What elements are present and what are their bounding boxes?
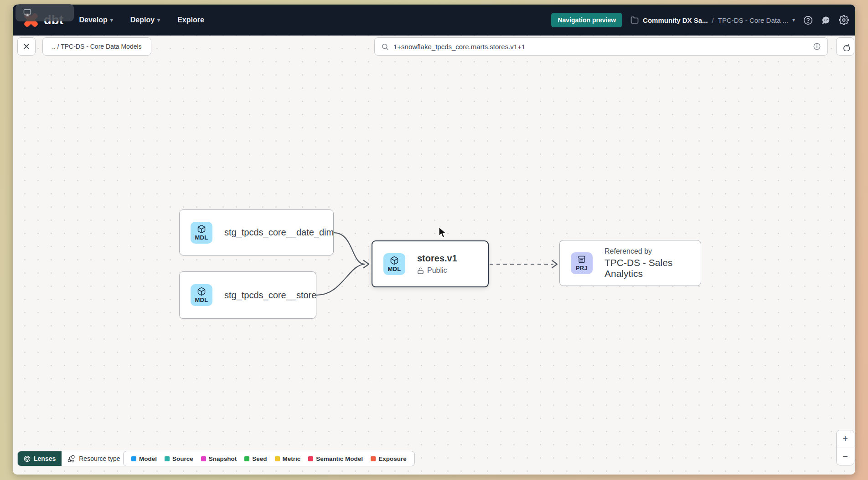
close-icon [22,42,31,51]
app-window: dbt Develop ▾ Deploy ▾ Explore Navigatio… [13,5,855,475]
legend-model: Model [131,455,157,462]
screen-share-indicator [16,4,74,21]
legend-seed: Seed [244,455,267,462]
legend-swatch [275,456,280,461]
legend-semantic-model: Semantic Model [308,455,363,462]
resource-graph-icon [67,455,75,463]
top-navbar: dbt Develop ▾ Deploy ▾ Explore Navigatio… [13,5,855,36]
legend-swatch [308,456,313,461]
cube-icon [197,225,206,234]
navigation-preview-button[interactable]: Navigation preview [551,13,622,27]
zoom-in-button[interactable]: + [837,430,854,448]
aperture-icon [24,455,31,462]
access-row: Public [417,266,457,275]
node-stores-v1[interactable]: MDL stores.v1 Public [372,240,489,287]
lenses-control-group: Lenses Resource type ▾ [17,451,133,466]
refresh-lineage-button[interactable] [836,37,854,56]
resource-type-legend: Model Source Snapshot Seed Metric Semant… [123,451,415,466]
feedback-icon[interactable] [821,15,831,25]
monitor-icon [23,9,32,17]
folder-icon [630,16,639,24]
model-badge: MDL [191,284,212,306]
legend-swatch [371,456,376,461]
search-input[interactable] [393,43,808,51]
gear-icon[interactable] [839,15,849,25]
project-name: TPC-DS - Core Data ... [718,16,788,24]
lineage-search [374,37,828,56]
chevron-down-icon: ▾ [157,17,160,23]
legend-source: Source [165,455,193,462]
menu-deploy[interactable]: Deploy ▾ [130,16,160,24]
lenses-button[interactable]: Lenses [18,451,62,466]
close-lineage-button[interactable] [17,37,36,56]
node-stg-tpcds-core-date-dim[interactable]: MDL stg_tpcds_core__date_dim [179,209,334,255]
breadcrumb-chip[interactable]: .. / TPC-DS - Core Data Models [42,37,151,56]
legend-snapshot: Snapshot [201,455,237,462]
chevron-down-icon: ▾ [110,17,113,23]
project-badge: PRJ [571,252,593,274]
legend-swatch [244,456,249,461]
model-badge: MDL [191,222,212,244]
node-label: stores.v1 [417,253,457,264]
menu-explore[interactable]: Explore [177,16,204,24]
chevron-down-icon: ▾ [792,17,795,23]
cube-icon [390,256,399,265]
model-badge: MDL [383,253,405,275]
legend-swatch [201,456,206,461]
node-label: stg_tpcds_core__store [224,290,316,301]
refresh-icon [841,42,850,51]
node-label: stg_tpcds_core__date_dim [224,227,334,238]
zoom-out-button[interactable]: − [837,448,854,465]
breadcrumb-separator: / [712,16,714,24]
legend-metric: Metric [275,455,301,462]
legend-swatch [131,456,136,461]
unlock-icon [417,267,424,274]
legend-swatch [165,456,170,461]
legend-exposure: Exposure [371,455,407,462]
project-node-label: TPC-DS - Sales Analytics [604,257,690,279]
main-menu: Develop ▾ Deploy ▾ Explore [79,16,204,24]
account-name: Community DX Sa... [643,16,708,24]
node-stg-tpcds-core-store[interactable]: MDL stg_tpcds_core__store [179,271,316,319]
account-breadcrumb[interactable]: Community DX Sa... / TPC-DS - Core Data … [630,16,795,24]
referenced-by-label: Referenced by [604,247,690,255]
menu-develop[interactable]: Develop ▾ [79,16,113,24]
node-referenced-project[interactable]: PRJ Referenced by TPC-DS - Sales Analyti… [559,240,701,286]
help-icon[interactable] [803,15,813,25]
archive-icon [577,255,586,264]
zoom-controls: + − [836,430,854,465]
access-label: Public [427,266,447,275]
navbar-right: Navigation preview Community DX Sa... / … [551,13,849,27]
cube-icon [197,287,206,296]
resource-type-button[interactable]: Resource type ▾ [62,451,132,466]
search-icon [381,43,389,51]
info-icon[interactable] [813,42,821,51]
